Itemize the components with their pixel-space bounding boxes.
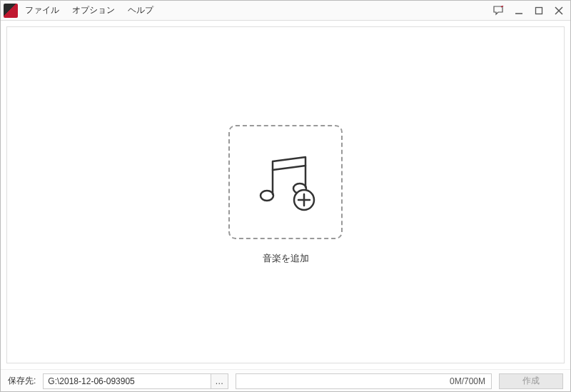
browse-button[interactable]: … xyxy=(211,374,228,388)
main-content: 音楽を追加 xyxy=(1,21,570,369)
svg-line-4 xyxy=(273,166,305,170)
menu-options[interactable]: オプション xyxy=(72,4,115,16)
save-path-text: G:\2018-12-06-093905 xyxy=(44,376,211,386)
size-progress-text: 0M/700M xyxy=(450,376,485,386)
content-panel: 音楽を追加 xyxy=(6,26,565,363)
create-button[interactable]: 作成 xyxy=(499,373,563,389)
menu-help[interactable]: ヘルプ xyxy=(128,4,153,16)
titlebar: ファイル オプション ヘルプ xyxy=(1,1,570,21)
menu-file[interactable]: ファイル xyxy=(25,4,59,16)
window-controls xyxy=(493,5,565,16)
footer-bar: 保存先: G:\2018-12-06-093905 … 0M/700M 作成 xyxy=(1,369,570,392)
close-button[interactable] xyxy=(553,5,565,16)
feedback-icon[interactable] xyxy=(493,5,505,16)
maximize-button[interactable] xyxy=(533,5,545,16)
app-icon xyxy=(4,4,18,18)
minimize-button[interactable] xyxy=(513,5,525,16)
add-music-dropzone[interactable] xyxy=(228,125,343,239)
save-to-label: 保存先: xyxy=(8,375,36,387)
svg-point-5 xyxy=(261,191,273,201)
save-path-field: G:\2018-12-06-093905 … xyxy=(43,373,228,389)
svg-rect-1 xyxy=(536,7,542,14)
add-music-label: 音楽を追加 xyxy=(263,252,309,265)
size-progress-bar: 0M/700M xyxy=(236,373,492,389)
menu-bar: ファイル オプション ヘルプ xyxy=(25,4,493,16)
music-add-icon xyxy=(250,146,321,219)
